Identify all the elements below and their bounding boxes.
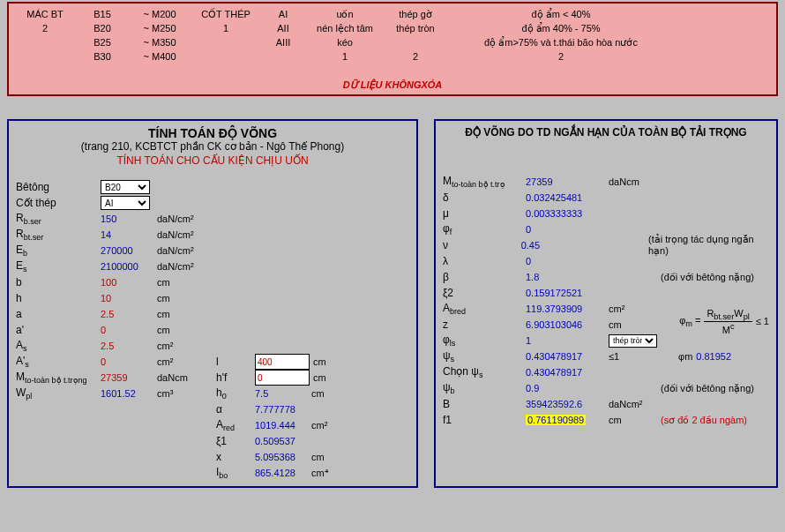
ct-select[interactable]: AI (101, 196, 150, 210)
left-sub1: (trang 210, KCBTCT phần CK cơ bản - Ngô … (16, 140, 409, 153)
param-value: 119.3793909 (526, 303, 605, 314)
param-value: 1019.444 (255, 420, 308, 431)
top-header: CỐT THÉP (191, 9, 261, 20)
param-label: Mto-toàn bộ t.trọ (443, 175, 522, 189)
top-cell: 2 (14, 23, 76, 34)
param-input[interactable] (255, 370, 310, 386)
left-title: TÍNH TOÁN ĐỘ VÕNG (16, 126, 409, 140)
param-unit: cm² (311, 420, 355, 431)
param-unit: cm² (609, 303, 657, 314)
param-label: z (443, 318, 522, 331)
param-label: a' (16, 324, 97, 336)
param-value: 1.8 (526, 272, 605, 282)
param-value: 27359 (526, 176, 605, 187)
top-cell: ~ M250 (129, 23, 191, 34)
top-cell: B30 (76, 51, 129, 62)
param-value: 359423592.6 (526, 399, 605, 409)
param-label: δ (443, 191, 522, 204)
top-header: ~ M200 (129, 9, 191, 19)
param-label: f1 (443, 414, 522, 426)
param-value: 0.430478917 (526, 351, 605, 362)
param-unit: cm (157, 309, 201, 319)
param-unit: daN/cm² (157, 261, 201, 272)
param-label: B (443, 398, 522, 410)
param-value: 10 (101, 293, 153, 303)
param-label: φls (443, 333, 522, 348)
phim-label: φm (678, 351, 692, 362)
steel-type-select[interactable]: thép tròn (609, 334, 657, 348)
param-unit: cm² (157, 341, 201, 351)
top-cell: B20 (76, 23, 129, 34)
param-unit: cm⁴ (311, 468, 355, 479)
bt-label: Bêtông (16, 181, 97, 193)
param-unit: cm³ (157, 388, 201, 399)
param-label: ν (443, 239, 518, 251)
bt-select[interactable]: B20 (101, 180, 150, 194)
top-cell: AIII (261, 37, 305, 48)
param-value: 1 (526, 335, 605, 346)
param-value: 0 (101, 356, 153, 367)
param-value: 0.509537 (255, 436, 308, 446)
param-value: 0.9 (526, 383, 605, 393)
param-value: 1601.52 (101, 388, 153, 399)
param-value: 7.777778 (255, 404, 308, 415)
param-unit: cm (157, 293, 201, 303)
param-note: (tải trọng tác dụng ngắn hạn) (648, 234, 769, 257)
param-value: 0 (526, 224, 605, 235)
param-unit: cm (609, 319, 657, 330)
param-label: μ (443, 207, 522, 220)
left-panel: TÍNH TOÁN ĐỘ VÕNG (trang 210, KCBTCT phầ… (7, 119, 418, 488)
top-cell: 2 (446, 51, 676, 62)
param-unit: cm (609, 415, 657, 425)
param-value: 0.159172521 (526, 288, 605, 298)
param-label: ψb (443, 381, 522, 395)
param-unit: ≤1 (609, 351, 657, 362)
top-cell: AII (261, 23, 305, 34)
param-value: 865.4128 (255, 468, 308, 478)
param-label: Eb (16, 244, 97, 258)
param-value: 6.903103046 (526, 319, 605, 330)
param-value: 0.032425481 (526, 192, 605, 203)
param-label: Ared (216, 418, 251, 432)
right-panel: ĐỘ VÕNG DO TD NGẮN HẠN CỦA TOÀN BỘ TẢI T… (434, 119, 778, 488)
param-label: h'f (216, 371, 251, 384)
param-input[interactable] (255, 354, 310, 370)
left-sub2: TÍNH TOÁN CHO CẤU KIỆN CHỊU UỐN (16, 154, 409, 167)
param-value: 0 (101, 325, 153, 335)
param-value: 0.430478917 (526, 367, 605, 378)
param-label: λ (443, 255, 522, 267)
top-cell: độ ẩm 40% - 75% (446, 23, 676, 34)
param-label: Abred (443, 302, 522, 316)
param-value: 2100000 (101, 261, 153, 272)
top-header: MÁC BT (14, 9, 76, 19)
param-unit: daN/cm² (157, 245, 201, 256)
param-unit: daNcm (157, 372, 201, 383)
param-note: (đối với bêtông nặng) (661, 272, 754, 283)
top-header: B15 (76, 9, 129, 19)
param-label: ξ2 (443, 287, 522, 299)
top-cell: thép tròn (385, 23, 446, 34)
param-label: As (16, 339, 97, 353)
top-data-box: MÁC BTB15~ M200CỐT THÉPAIuốnthép gờđộ ẩm… (7, 2, 778, 96)
param-label: Wpl (16, 386, 97, 401)
param-label: β (443, 271, 522, 283)
param-value: 2.5 (101, 309, 153, 319)
param-unit: daN/cm² (157, 229, 201, 240)
param-label: b (16, 276, 97, 288)
top-header: thép gờ (385, 9, 446, 20)
param-label: h (16, 292, 97, 304)
top-cell: B25 (76, 37, 129, 48)
top-cell: 1 (305, 51, 385, 62)
param-unit: cm (311, 388, 355, 399)
param-label: l (216, 356, 251, 368)
top-cell: 1 (191, 23, 261, 34)
param-label: A's (16, 355, 97, 369)
param-value: 14 (101, 229, 153, 240)
param-unit: cm² (157, 356, 201, 367)
param-value: 0.003333333 (526, 208, 605, 219)
param-label: Rb.ser (16, 212, 97, 226)
param-value: 0.45 (521, 240, 596, 251)
param-note: (sơ đồ 2 đầu ngàm) (661, 415, 747, 426)
param-label: Mto-toàn bộ t.trọng (16, 371, 97, 385)
param-value: 150 (101, 214, 153, 224)
